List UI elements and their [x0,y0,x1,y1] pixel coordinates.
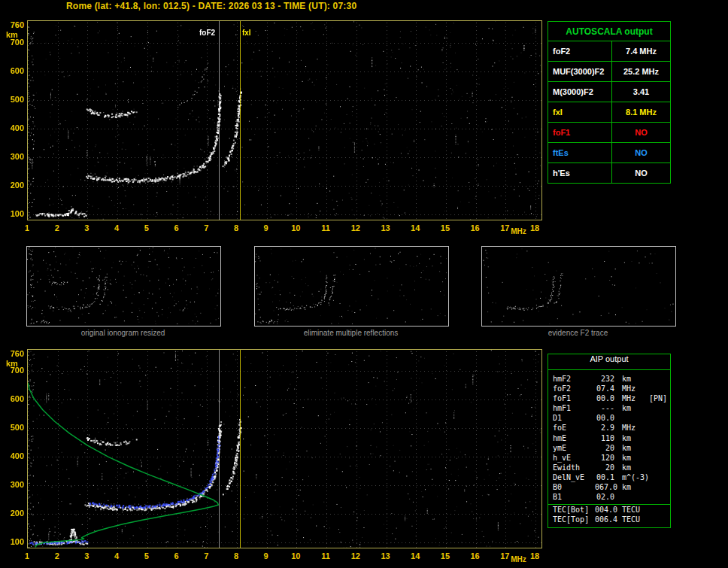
x-axis-tick-label: 6 [168,551,185,560]
aip-row-value: 20 [595,463,614,472]
x-axis-tick-label: 13 [378,551,394,560]
aip-row-unit: m^(-3) [614,472,649,482]
aip-row: foE2.9MHz [548,423,670,433]
y-axis-tick-label: 200 [2,181,24,190]
y-axis-tick-label: 760 [2,349,24,358]
thumbnail-caption: original ionogram resized [26,329,220,337]
x-axis-tick-label: 5 [138,223,155,232]
x-axis-tick-label: 2 [49,551,65,560]
autoscala-row-value: 3.41 [612,82,670,102]
y-axis-tick-label: 500 [2,95,24,104]
x-axis-tick-label: 16 [467,223,484,232]
thumbnail-canvas [27,247,219,324]
x-axis-tick-label: 10 [287,551,304,560]
aip-row: hmE110km [548,433,670,443]
aip-row-label: DelN_vE [548,472,595,482]
autoscala-row-label: M(3000)F2 [548,82,612,102]
x-axis-tick-label: 8 [228,223,244,232]
thumbnail-panel [26,246,221,327]
aip-row-unit: km [614,482,649,492]
aip-row-label: TEC[Top] [548,515,595,524]
y-axis-tick-label: 100 [2,209,24,218]
autoscala-table-rows: foF27.4 MHzMUF(3000)F225.2 MHzM(3000)F23… [548,41,670,183]
aip-row-label: D1 [548,413,595,423]
y-axis-tick-label: 600 [2,394,24,403]
aip-row-note [649,463,670,472]
autoscala-row: MUF(3000)F225.2 MHz [548,61,670,81]
aip-row-label: h_vE [548,453,595,463]
ionogram-canvas-bottom [28,350,541,548]
aip-row-unit: km [614,453,649,463]
aip-row-label: TEC[Bot] [548,505,595,515]
aip-row: D100.0 [548,413,670,423]
aip-row-note [649,505,670,515]
aip-row-label: hmF1 [548,403,595,413]
thumbnail-caption: eliminate multiple reflections [254,329,447,337]
aip-row-unit: MHz [614,393,649,403]
ionogram-plot-bottom [27,349,542,548]
x-axis-tick-label: 1 [19,551,35,560]
x-axis-tick-label: 4 [108,223,125,232]
aip-row-label: Ewidth [548,463,595,472]
aip-row-note [649,423,670,433]
aip-row-value: 00.1 [595,472,614,482]
aip-row-value: 120 [595,453,614,463]
x-axis-tick-label: 4 [108,551,125,560]
autoscala-row-label: ftEs [548,143,612,163]
autoscala-row-value: NO [612,123,670,142]
y-axis-unit-label: km [6,30,18,39]
aip-row-unit: km [614,403,649,413]
x-axis-tick-label: 18 [526,551,543,560]
x-axis-tick-label: 15 [437,551,453,560]
y-axis-tick-label: 100 [2,537,24,546]
y-axis-tick-label: 300 [2,480,24,489]
aip-row-note [649,384,670,393]
thumbnail-panel [254,246,449,327]
y-axis-tick-label: 400 [2,451,24,460]
autoscala-row-value: 8.1 MHz [612,102,670,122]
x-axis-tick-label: 18 [526,223,543,232]
y-axis-tick-label: 300 [2,152,24,161]
autoscala-row: M(3000)F23.41 [548,81,670,102]
autoscala-row-label: foF1 [548,123,612,142]
aip-row-label: ymE [548,443,595,453]
aip-row-note [649,482,670,492]
autoscala-row-value: 25.2 MHz [612,62,670,81]
x-axis-tick-label: 3 [78,551,95,560]
x-axis-tick-label: 14 [407,223,423,232]
aip-row-label: B1 [548,492,595,502]
aip-row: Ewidth20km [548,463,670,472]
x-axis-tick-label: 12 [347,551,364,560]
x-axis-tick-label: 5 [138,551,155,560]
x-axis-tick-label: 1 [19,223,35,232]
aip-row-unit: km [614,374,649,384]
aip-row-unit: TECU [614,515,649,524]
x-axis-tick-label: 9 [258,551,275,560]
aip-row-label: B0 [548,482,595,492]
station-date-title: Rome (lat: +41.8, lon: 012.5) - DATE: 20… [66,1,356,11]
aip-row-unit: km [614,443,649,453]
x-axis-tick-label: 16 [467,551,484,560]
aip-row-value: 067.0 [595,482,614,492]
autoscala-row-value: 7.4 MHz [612,41,670,61]
x-axis-tick-label: 12 [347,223,364,232]
x-axis-tick-label: 10 [287,223,304,232]
x-axis-tick-label: 11 [317,223,334,232]
thumbnail-panel [481,246,676,327]
aip-row-value: --- [595,403,614,413]
aip-row: TEC[Bot]004.0TECU [548,504,670,515]
aip-row: TEC[Top]006.4TECU [548,515,670,524]
y-axis-tick-label: 600 [2,66,24,75]
y-axis-tick-label: 500 [2,423,24,432]
autoscala-table-title: AUTOSCALA output [548,22,670,41]
aip-row-value: 004.0 [595,505,614,515]
aip-row-value: 07.4 [595,384,614,393]
autoscala-row-label: h'Es [548,163,612,183]
aip-table-rows: hmF2232kmfoF207.4MHzfoF100.0MHz[PN]hmF1-… [548,370,670,524]
aip-row-note [649,515,670,524]
y-axis-unit-label: km [6,359,18,368]
aip-row-unit: TECU [614,505,649,515]
aip-row: ymE20km [548,443,670,453]
aip-row: foF100.0MHz[PN] [548,393,670,403]
x-axis-tick-label: 13 [378,223,394,232]
